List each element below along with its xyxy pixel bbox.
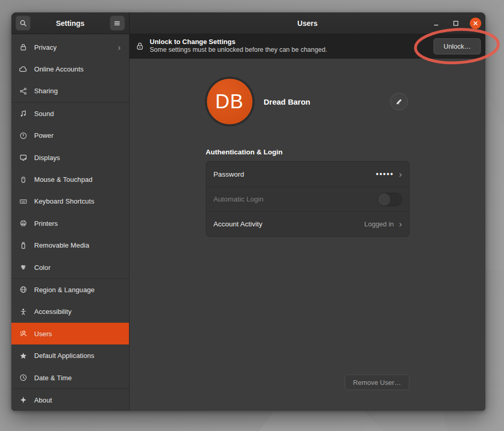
banner-subtitle: Some settings must be unlocked before th… [150,46,428,54]
search-button[interactable] [16,16,31,31]
star-icon [19,351,27,360]
lock-icon [135,41,145,51]
sidebar-item-accessibility[interactable]: Accessibility [11,301,129,323]
close-button[interactable] [470,18,481,29]
sidebar-item-about[interactable]: About [11,389,129,411]
search-icon [19,19,27,27]
sidebar-item-label: Keyboard Shortcuts [34,197,123,205]
main-panel: Unlock to Change Settings Some settings … [129,34,485,411]
sidebar-item-displays[interactable]: Displays [11,147,129,168]
titlebar: Settings Users [11,12,485,34]
sidebar-item-sharing[interactable]: Sharing [11,80,129,102]
lock-icon [19,43,27,52]
unlock-banner: Unlock to Change Settings Some settings … [129,34,485,59]
toggle-knob [377,193,391,206]
section-title: Authentication & Login [206,148,409,156]
sidebar-item-color[interactable]: Color [11,256,129,278]
maximize-button[interactable] [450,18,462,29]
globe-icon [19,285,27,294]
window-controls [430,18,481,29]
mouse-icon [19,175,27,184]
power-icon [19,131,27,140]
sidebar-item-printers[interactable]: Printers [11,212,129,234]
cloud-icon [19,65,27,74]
sidebar-item-label: Accessibility [34,308,123,315]
sidebar-item-label: Power [34,132,123,139]
sidebar-item-label: Removable Media [34,241,123,249]
automatic-login-label: Automatic Login [213,195,372,203]
share-icon [19,87,27,95]
users-content: DB Dread Baron Authentication & Login Pa… [129,59,485,411]
sidebar-item-label: Users [34,330,123,338]
printer-icon [19,219,27,228]
hamburger-icon [113,19,121,27]
password-row[interactable]: Password ••••• › [206,162,409,186]
sidebar-item-default-applications[interactable]: Default Applications [11,344,129,366]
sidebar-item-label: Sharing [34,87,123,95]
password-label: Password [213,170,371,178]
banner-text: Unlock to Change Settings Some settings … [150,38,428,54]
password-dots: ••••• [376,170,394,178]
close-icon [472,20,479,26]
auth-login-card: Password ••••• › Automatic Login Account… [206,161,409,237]
sidebar-item-online-accounts[interactable]: Online Accounts [11,58,129,80]
sparkle-icon [19,396,27,405]
sidebar: Privacy › Online Accounts Sharing Sound … [11,34,129,411]
sidebar-item-label: Online Accounts [34,65,123,73]
settings-window: Settings Users [11,12,485,411]
account-activity-value: Logged in [364,220,394,228]
content-header: Users [129,12,485,34]
avatar-initials: DB [215,91,244,113]
sidebar-item-label: About [34,396,123,404]
minimize-icon [433,20,440,27]
sidebar-item-label: Color [34,264,123,271]
accessibility-icon [19,307,27,316]
edit-name-button[interactable] [390,93,408,110]
sidebar-item-users[interactable]: Users [11,323,129,344]
menu-button[interactable] [110,16,125,31]
sidebar-header: Settings [11,12,129,34]
sidebar-item-label: Printers [34,220,123,227]
sidebar-item-label: Privacy [34,44,111,51]
usb-drive-icon [19,241,27,250]
unlock-button[interactable]: Unlock… [434,38,481,54]
remove-user-button[interactable]: Remove User… [345,375,409,390]
sidebar-item-label: Default Applications [34,352,123,360]
users-icon [19,329,27,338]
chevron-right-icon: › [399,170,402,179]
maximize-icon [452,20,459,27]
sidebar-item-label: Displays [34,154,123,162]
color-icon [19,263,27,272]
clock-icon [19,373,27,382]
chevron-right-icon: › [118,43,123,52]
automatic-login-toggle[interactable] [377,193,402,206]
banner-title: Unlock to Change Settings [150,38,428,46]
account-activity-row[interactable]: Account Activity Logged in › [206,211,409,236]
music-note-icon [19,109,27,118]
avatar[interactable]: DB [207,79,252,124]
sidebar-item-date-time[interactable]: Date & Time [11,367,129,389]
automatic-login-row: Automatic Login [206,186,409,211]
sidebar-item-region-language[interactable]: Region & Language [11,279,129,300]
sidebar-item-label: Mouse & Touchpad [34,176,123,183]
user-profile: DB Dread Baron [206,79,409,124]
settings-title: Settings [56,19,84,27]
display-icon [19,153,27,162]
sidebar-item-sound[interactable]: Sound [11,103,129,124]
sidebar-item-power[interactable]: Power [11,125,129,147]
account-activity-label: Account Activity [213,220,359,228]
minimize-button[interactable] [430,18,442,29]
sidebar-item-label: Date & Time [34,374,123,382]
pencil-icon [395,98,403,106]
keyboard-icon [19,197,27,206]
user-name: Dread Baron [264,97,310,106]
sidebar-item-label: Region & Language [34,286,123,294]
sidebar-item-keyboard-shortcuts[interactable]: Keyboard Shortcuts [11,191,129,212]
sidebar-item-mouse-touchpad[interactable]: Mouse & Touchpad [11,168,129,190]
sidebar-item-privacy[interactable]: Privacy › [11,36,129,58]
sidebar-item-removable-media[interactable]: Removable Media [11,235,129,256]
chevron-right-icon: › [399,220,402,228]
sidebar-item-label: Sound [34,110,123,118]
